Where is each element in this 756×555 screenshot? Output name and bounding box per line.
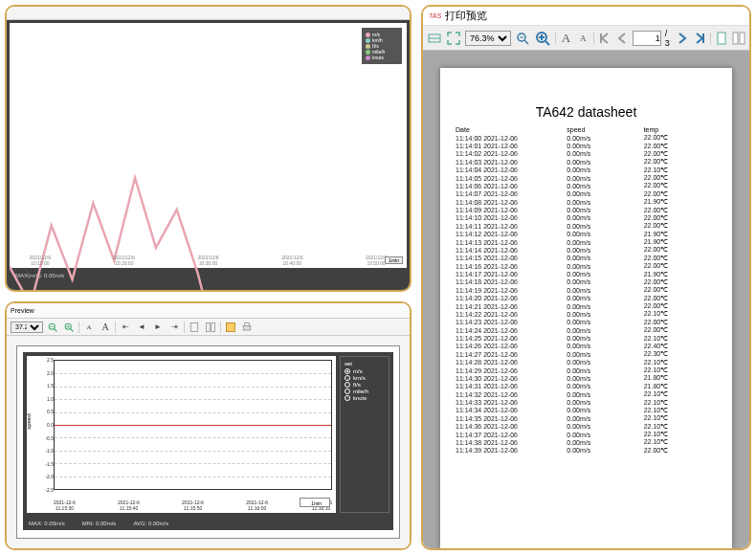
font-larger-icon[interactable]: A — [560, 30, 573, 47]
zoom-select[interactable]: 37.2% — [11, 322, 43, 333]
table-row: 11:14:32 2021-12-060.00m/s22.10℃ — [454, 390, 719, 398]
svg-rect-10 — [227, 322, 235, 331]
table-row: 11:14:10 2021-12-060.00m/s22.00℃ — [454, 214, 719, 222]
table-row: 11:14:08 2021-12-060.00m/s21.90℃ — [454, 198, 719, 206]
table-row: 11:14:01 2021-12-060.00m/s22.00℃ — [454, 142, 719, 149]
svg-rect-25 — [733, 33, 738, 44]
table-row: 11:14:26 2021-12-060.00m/s22.40℃ — [454, 343, 719, 350]
page-count: / 3 — [665, 29, 673, 48]
line-chart[interactable]: m/skm/hft/smile/hknots 2021/12/610:10:00… — [10, 23, 407, 268]
table-row: 11:14:22 2021-12-060.00m/s22.10℃ — [454, 310, 719, 318]
col-header: temp — [642, 125, 719, 134]
svg-line-1 — [55, 328, 57, 331]
radio-icon — [345, 382, 350, 388]
legend-title: set — [345, 361, 385, 366]
font-larger-icon[interactable]: A — [99, 321, 112, 334]
table-row: 11:14:15 2021-12-060.00m/s22.00℃ — [454, 255, 719, 262]
first-page-icon[interactable] — [598, 30, 611, 47]
zoom-in-icon[interactable] — [62, 321, 76, 334]
next-page-icon[interactable] — [676, 30, 689, 47]
chart-legend: m/skm/hft/smile/hknots — [362, 28, 402, 64]
prev-page-icon[interactable]: ◄ — [135, 321, 148, 334]
y-axis-label: speed — [26, 413, 32, 429]
unit-label: km/s — [353, 375, 366, 381]
table-row: 11:14:14 2021-12-060.00m/s22.00℃ — [454, 246, 719, 254]
unit-legend: set m/skm/sft/smile/hknots — [340, 356, 389, 513]
line-series — [10, 23, 407, 292]
app-tag: TAS — [429, 12, 441, 19]
table-row: 11:14:27 2021-12-060.00m/s22.30℃ — [454, 350, 719, 358]
table-row: 11:14:09 2021-12-060.00m/s22.00℃ — [454, 206, 719, 213]
svg-rect-12 — [245, 322, 250, 325]
window-titlebar — [7, 7, 410, 20]
table-row: 11:14:28 2021-12-060.00m/s22.10℃ — [454, 359, 719, 366]
table-row: 11:14:21 2021-12-060.00m/s22.00℃ — [454, 302, 719, 310]
radio-icon — [345, 368, 350, 374]
min-stat: MIN: 0.00m/s — [82, 521, 117, 526]
last-page-icon[interactable]: ⇥ — [167, 321, 181, 334]
interval-select[interactable]: 1min — [300, 498, 330, 507]
page-viewport[interactable]: TA642 datasheet Datespeedtemp 11:14:00 2… — [423, 51, 749, 548]
table-row: 11:14:38 2021-12-060.00m/s22.10℃ — [454, 438, 719, 446]
max-stat: MAX: 0.00m/s — [29, 521, 65, 526]
table-row: 11:14:34 2021-12-060.00m/s22.10℃ — [454, 407, 719, 414]
save-icon[interactable] — [224, 321, 237, 334]
page-input[interactable] — [633, 31, 661, 46]
table-row: 11:14:31 2021-12-060.00m/s21.80℃ — [454, 383, 719, 390]
unit-label: mile/h — [353, 388, 368, 394]
svg-rect-24 — [718, 33, 725, 44]
last-page-icon[interactable] — [693, 30, 706, 47]
svg-line-4 — [71, 328, 74, 331]
single-page-icon[interactable] — [715, 30, 728, 47]
x-axis-labels: 2021/12/610:10:002021/12/610:20:002021/1… — [30, 255, 388, 266]
avg-stat: AVG: 0.00m/s — [133, 521, 168, 526]
print-icon[interactable] — [240, 321, 254, 334]
unit-option[interactable]: m/s — [345, 368, 385, 374]
table-row: 11:14:37 2021-12-060.00m/s22.10℃ — [454, 431, 719, 438]
preview-titlebar: Preview — [7, 303, 410, 319]
table-row: 11:14:06 2021-12-060.00m/s22.00℃ — [454, 182, 719, 189]
font-smaller-icon[interactable]: A — [82, 321, 96, 334]
table-row: 11:14:16 2021-12-060.00m/s22.00℃ — [454, 262, 719, 270]
svg-rect-9 — [211, 322, 215, 331]
prev-page-icon[interactable] — [615, 30, 629, 47]
stats-bar: MAX: 0.00m/s MIN: 0.00m/s AVG: 0.00m/s — [23, 517, 393, 530]
table-row: 11:14:30 2021-12-060.00m/s21.80℃ — [454, 374, 719, 382]
plot-grid — [54, 360, 332, 490]
first-page-icon[interactable]: ⇤ — [119, 321, 132, 334]
table-row: 11:14:13 2021-12-060.00m/s21.90℃ — [454, 238, 719, 246]
data-table: Datespeedtemp 11:14:00 2021-12-060.00m/s… — [454, 125, 719, 455]
fit-width-icon[interactable] — [427, 30, 442, 47]
zoom-select[interactable]: 76.3% — [465, 31, 511, 46]
print-preview-titlebar: TAS 打印预览 — [423, 7, 749, 26]
layout2-icon[interactable] — [204, 321, 217, 334]
unit-label: ft/s — [353, 382, 361, 388]
table-row: 11:14:07 2021-12-060.00m/s22.00℃ — [454, 190, 719, 198]
unit-option[interactable]: mile/h — [345, 388, 385, 394]
zoom-out-icon[interactable] — [46, 321, 59, 334]
fit-page-icon[interactable] — [446, 30, 461, 47]
y-axis-ticks: 2.52.01.51.00.50.0-0.5-1.0-1.5-2.0-2.5 — [40, 360, 54, 490]
multi-page-icon[interactable] — [732, 30, 745, 47]
table-row: 11:14:23 2021-12-060.00m/s22.00℃ — [454, 319, 719, 326]
table-row: 11:14:03 2021-12-060.00m/s22.00℃ — [454, 158, 719, 166]
svg-rect-11 — [243, 325, 251, 330]
unit-label: knots — [353, 395, 367, 401]
zoom-out-icon[interactable] — [515, 30, 530, 47]
table-row: 11:14:18 2021-12-060.00m/s22.00℃ — [454, 278, 719, 286]
table-row: 11:14:39 2021-12-060.00m/s22.00℃ — [454, 447, 719, 455]
font-smaller-icon[interactable]: A — [576, 30, 589, 47]
interval-select[interactable]: 1min — [385, 256, 403, 264]
next-page-icon[interactable]: ► — [151, 321, 165, 334]
table-row: 11:14:25 2021-12-060.00m/s22.10℃ — [454, 334, 719, 342]
zoom-in-icon[interactable] — [534, 30, 551, 47]
table-row: 11:14:29 2021-12-060.00m/s22.10℃ — [454, 366, 719, 374]
print-toolbar: 76.3% A A / 3 — [423, 26, 749, 51]
speed-chart[interactable]: speed 2.52.01.51.00.50.0-0.5-1.0-1.5-2.0… — [27, 356, 336, 513]
svg-rect-7 — [190, 322, 198, 331]
unit-option[interactable]: ft/s — [345, 382, 385, 388]
unit-option[interactable]: km/s — [345, 375, 385, 381]
layout1-icon[interactable] — [188, 321, 201, 334]
unit-option[interactable]: knots — [345, 395, 385, 401]
table-row: 11:14:33 2021-12-060.00m/s22.10℃ — [454, 398, 719, 406]
